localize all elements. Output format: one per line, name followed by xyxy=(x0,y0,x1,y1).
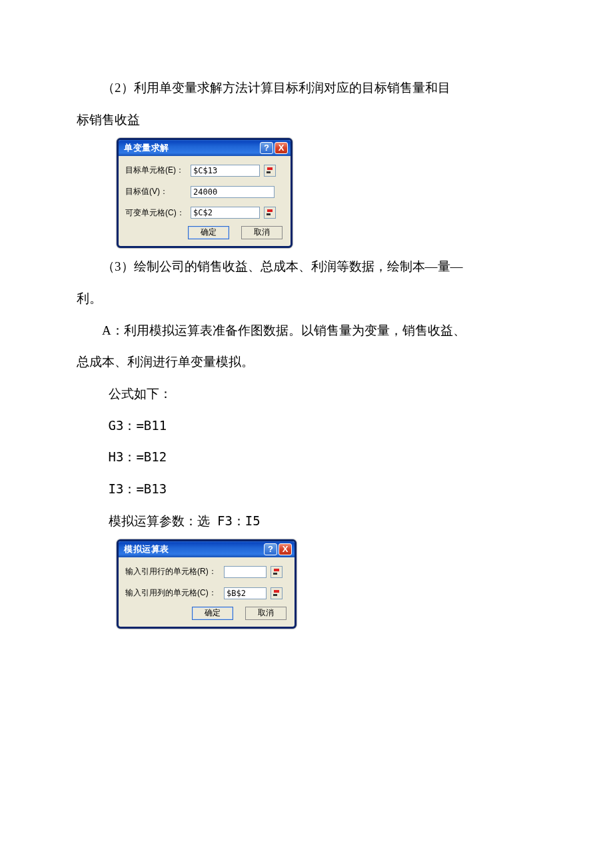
target-cell-label: 目标单元格(E)： xyxy=(125,161,187,180)
dialog-button-row: 确定 取消 xyxy=(125,226,284,239)
formula-h3: H3：=B12 xyxy=(77,443,536,472)
row-input-label: 输入引用行的单元格(R)： xyxy=(125,563,220,581)
dialog-titlebar: 模拟运算表 ? X xyxy=(119,541,295,557)
goal-seek-dialog: 单变量求解 ? X 目标单元格(E)： $C$13 目标值(V)： 24000 … xyxy=(117,138,293,248)
data-table-params: 模拟运算参数：选 F3：I5 xyxy=(77,507,536,536)
ok-button[interactable]: 确定 xyxy=(192,607,233,620)
data-table-dialog-wrapper: 模拟运算表 ? X 输入引用行的单元格(R)： 输入引用列的单元格(C)： $B… xyxy=(117,539,536,628)
paragraph-3-line1: （3）绘制公司的销售收益、总成本、利润等数据，绘制本—量— xyxy=(77,252,536,281)
target-cell-row: 目标单元格(E)： $C$13 xyxy=(125,161,284,180)
cancel-button[interactable]: 取消 xyxy=(241,226,283,239)
titlebar-buttons: ? X xyxy=(264,543,292,555)
dialog-button-row: 确定 取消 xyxy=(125,607,288,620)
target-value-row: 目标值(V)： 24000 xyxy=(125,183,284,201)
col-input-field[interactable]: $B$2 xyxy=(224,587,267,599)
close-button[interactable]: X xyxy=(275,142,288,154)
data-table-dialog: 模拟运算表 ? X 输入引用行的单元格(R)： 输入引用列的单元格(C)： $B… xyxy=(117,539,297,628)
target-value-label: 目标值(V)： xyxy=(125,183,187,201)
cancel-button[interactable]: 取消 xyxy=(245,607,287,620)
ref-picker-icon[interactable] xyxy=(271,587,283,599)
help-button[interactable]: ? xyxy=(260,142,273,154)
dialog-title: 单变量求解 xyxy=(124,138,169,158)
dialog-title: 模拟运算表 xyxy=(124,539,169,559)
dialog-body: 目标单元格(E)： $C$13 目标值(V)： 24000 可变单元格(C)： … xyxy=(119,156,291,246)
changing-cell-row: 可变单元格(C)： $C$2 xyxy=(125,204,284,223)
dialog-body: 输入引用行的单元格(R)： 输入引用列的单元格(C)： $B$2 确定 取消 xyxy=(119,557,295,626)
formula-heading: 公式如下： xyxy=(77,379,536,409)
paragraph-3-line2: 利。 xyxy=(77,284,536,313)
changing-cell-input[interactable]: $C$2 xyxy=(191,207,260,219)
ref-picker-icon[interactable] xyxy=(264,207,276,219)
formula-g3: G3：=B11 xyxy=(77,411,536,441)
paragraph-a-line2: 总成本、利润进行单变量模拟。 xyxy=(77,347,536,377)
help-button[interactable]: ? xyxy=(264,543,277,555)
target-value-input[interactable]: 24000 xyxy=(191,186,275,198)
paragraph-2-line2: 标销售收益 xyxy=(77,105,536,135)
ref-picker-icon[interactable] xyxy=(264,165,276,177)
dialog-titlebar: 单变量求解 ? X xyxy=(119,140,291,156)
ref-picker-icon[interactable] xyxy=(271,566,283,578)
goal-seek-dialog-wrapper: 单变量求解 ? X 目标单元格(E)： $C$13 目标值(V)： 24000 … xyxy=(117,138,536,248)
ok-button[interactable]: 确定 xyxy=(188,226,229,239)
changing-cell-label: 可变单元格(C)： xyxy=(125,204,187,223)
row-input-row: 输入引用行的单元格(R)： xyxy=(125,563,288,581)
formula-i3: I3：=B13 xyxy=(77,475,536,504)
col-input-row: 输入引用列的单元格(C)： $B$2 xyxy=(125,584,288,603)
target-cell-input[interactable]: $C$13 xyxy=(191,165,260,177)
paragraph-2-line1: （2）利用单变量求解方法计算目标利润对应的目标销售量和目 xyxy=(77,73,536,103)
col-input-label: 输入引用列的单元格(C)： xyxy=(125,584,220,603)
titlebar-buttons: ? X xyxy=(260,142,288,154)
close-button[interactable]: X xyxy=(279,543,292,555)
row-input-field[interactable] xyxy=(224,566,267,578)
paragraph-a-line1: A：利用模拟运算表准备作图数据。以销售量为变量，销售收益、 xyxy=(77,316,536,345)
